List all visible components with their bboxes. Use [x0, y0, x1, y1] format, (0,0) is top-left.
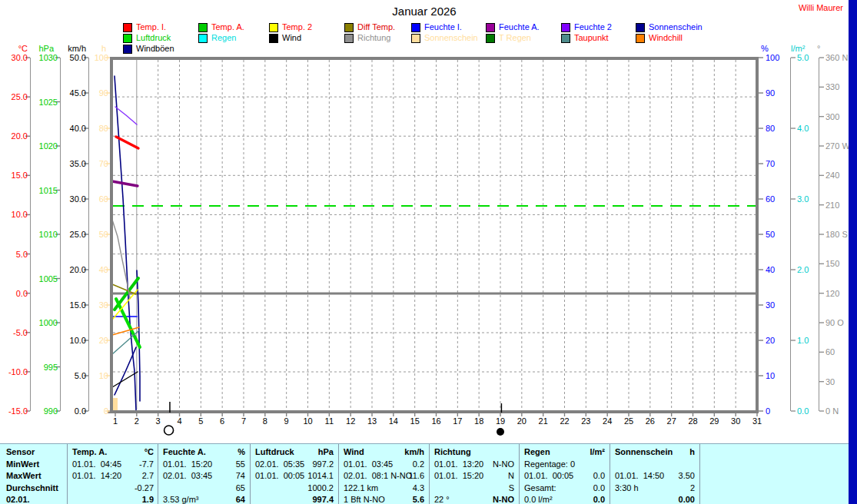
axis-label-lm2: 2.0 — [797, 265, 809, 274]
table-separator — [519, 444, 520, 504]
table-cell-value: 0.2 — [344, 459, 424, 470]
legend-swatch-icon — [198, 23, 208, 32]
table-unit: % — [163, 446, 245, 458]
legend-label: Taupunkt — [574, 33, 609, 42]
day-label: 28 — [688, 416, 697, 426]
table-cell-value: 55 — [163, 459, 245, 470]
day-label: 6 — [220, 416, 224, 426]
legend-label: Sonnenschein — [424, 33, 478, 42]
day-label: 9 — [284, 416, 289, 426]
axis-label-pct: 80 — [766, 124, 775, 133]
axis-label-pct: 0 — [766, 406, 770, 416]
day-label: 5 — [198, 416, 203, 426]
axis-label-kmh: 5.0 — [75, 371, 86, 380]
table-cell-value: 0.0 — [524, 482, 605, 494]
axis-label-h: 20 — [99, 336, 108, 345]
axis-label-h: 0 — [104, 406, 108, 416]
axis-label-hpa: 1025 — [39, 98, 58, 107]
legend-swatch-icon — [269, 34, 278, 43]
table-row-label: 02.01. — [6, 494, 66, 504]
legend-label: Richtung — [357, 33, 390, 42]
day-label: 16 — [431, 416, 440, 426]
table-separator — [250, 444, 251, 504]
axis-label-lm2: 0.0 — [797, 406, 809, 416]
day-label: 2 — [135, 416, 139, 426]
day-label: 22 — [560, 416, 569, 426]
axis-label-hpa: 1030 — [39, 53, 58, 62]
legend-swatch-icon — [269, 23, 278, 32]
day-label: 20 — [517, 416, 526, 426]
axis-label-h: 70 — [99, 159, 108, 168]
axis-label-deg: 330 — [825, 82, 839, 91]
table-row-label: MinWert — [6, 459, 66, 470]
axis-label-deg: 30 — [825, 377, 835, 386]
legend-swatch-icon — [344, 23, 354, 32]
axis-label-h: 30 — [99, 300, 108, 310]
table-cell-value: 0.0 — [524, 494, 605, 504]
legend-label: T Regen — [499, 33, 531, 42]
axis-label-pct: 60 — [766, 194, 775, 204]
axis-label-kmh: 15.0 — [70, 300, 86, 310]
axis-label-hpa: 1010 — [39, 230, 58, 239]
axis-label-h: 80 — [99, 124, 108, 133]
axis-label-temp-c: 10.0 — [12, 210, 28, 219]
table-cell-value: 2 — [615, 482, 695, 494]
day-label: 3 — [156, 416, 161, 426]
axis-label-pct: 20 — [766, 336, 775, 345]
table-cell-value: 2.7 — [72, 470, 154, 482]
axis-label-h: 40 — [99, 265, 108, 274]
sonnenschein-curve — [115, 76, 136, 410]
table-cell-value: S — [434, 482, 514, 494]
table-cell-value: 1014.1 — [255, 470, 334, 482]
table-separator — [158, 444, 158, 504]
axis-label-temp-c: 5.0 — [16, 250, 28, 259]
axis-label-temp-c: 0.0 — [16, 289, 28, 298]
axis-header-h: h — [101, 44, 106, 53]
table-cell-value: -7.7 — [72, 459, 154, 470]
legend-label: Luftdruck — [136, 33, 171, 42]
axis-label-deg: 210 — [825, 201, 839, 210]
legend-swatch-icon — [123, 45, 132, 54]
legend-swatch-icon — [486, 34, 495, 43]
axis-label-hpa: 1005 — [39, 274, 58, 284]
day-label: 25 — [624, 416, 633, 426]
axis-label-temp-c: -10.0 — [8, 367, 28, 376]
legend-swatch-icon — [636, 34, 645, 43]
table-cell-value: 11.6 — [344, 470, 424, 482]
axis-label-temp-c: 20.0 — [12, 131, 28, 141]
axis-label-pct: 50 — [766, 230, 775, 239]
axis-label-kmh: 40.0 — [70, 124, 86, 133]
day-label: 8 — [263, 416, 267, 426]
table-cell-value: 997.2 — [255, 459, 334, 470]
axis-label-lm2: 1.0 — [797, 336, 809, 345]
day-label: 27 — [667, 416, 676, 426]
window-edge-strip — [849, 0, 857, 504]
table-separator — [699, 444, 700, 504]
axis-label-kmh: 0.0 — [75, 406, 86, 416]
axis-label-temp-c: 15.0 — [12, 171, 28, 180]
legend-swatch-icon — [123, 34, 132, 43]
axis-label-h: 100 — [95, 53, 108, 62]
axis-header-lm2: l/m² — [791, 44, 806, 53]
table-separator — [429, 444, 430, 504]
axis-label-kmh: 25.0 — [70, 230, 86, 239]
stats-table: SensorMinWertMaxWertDurchschnitt02.01.Te… — [0, 443, 849, 504]
axis-label-deg: 120 — [825, 289, 839, 298]
axis-label-h: 90 — [99, 88, 108, 98]
day-label: 19 — [496, 416, 505, 426]
table-cell-value: 1000.2 — [255, 482, 334, 494]
legend-label: Regen — [211, 33, 236, 42]
feuchte-2-line — [115, 107, 137, 124]
axis-label-temp-c: -15.0 — [8, 406, 28, 416]
day-label: 14 — [389, 416, 398, 426]
legend-swatch-icon — [561, 34, 570, 43]
table-unit: km/h — [344, 446, 424, 458]
table-cell-value: N-NO — [434, 459, 514, 470]
axis-label-temp-c: 30.0 — [12, 53, 28, 62]
table-cell-value: 0.00 — [615, 494, 695, 504]
legend-label: Sonnenschein — [649, 22, 703, 32]
table-separator — [610, 444, 610, 504]
day-label: 30 — [731, 416, 740, 426]
axis-label-kmh: 45.0 — [70, 88, 86, 98]
table-separator — [67, 444, 68, 504]
